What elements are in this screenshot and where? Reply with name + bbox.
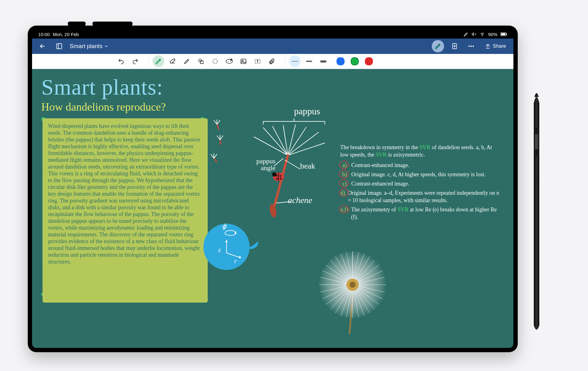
svg-point-17 xyxy=(269,203,278,218)
tablet-screen: 10:00 Mon, 20 Feb 90% xyxy=(32,30,513,348)
right-intro: The breakdown in symmetry in the SVR of … xyxy=(340,144,500,158)
page-panel-button[interactable] xyxy=(53,40,65,52)
svg-rect-62 xyxy=(535,134,538,149)
stylus-icon xyxy=(463,32,468,37)
share-button[interactable]: Share xyxy=(482,41,509,51)
back-button[interactable] xyxy=(36,40,49,52)
toolbar xyxy=(32,54,513,69)
shapes-tool[interactable] xyxy=(195,55,207,67)
annotation-tag: c) xyxy=(340,180,349,187)
svg-rect-10 xyxy=(200,61,203,63)
battery-text: 90% xyxy=(488,32,497,37)
app-header: Smart plants Share xyxy=(32,39,513,54)
sticky-note[interactable]: Wind-dispersed plants have evolved ingen… xyxy=(43,118,208,303)
wifi-icon xyxy=(480,32,485,37)
axis-r: r xyxy=(234,257,237,265)
attach-tool[interactable] xyxy=(266,55,278,67)
annotation-text: Contrast-enhanced image. xyxy=(351,180,409,187)
svg-point-6 xyxy=(469,46,470,47)
new-page-button[interactable] xyxy=(448,40,461,52)
sticky-note-text: Wind-dispersed plants have evolved ingen… xyxy=(48,123,200,265)
annotation-tag: e,f) xyxy=(340,206,349,221)
toolbar-divider xyxy=(285,57,285,66)
redo-button[interactable] xyxy=(129,55,141,67)
annotation-tag: d) xyxy=(340,189,345,204)
share-icon xyxy=(485,43,491,49)
device-mockup-stage: 10:00 Mon, 20 Feb 90% xyxy=(0,0,588,371)
toolbar-divider xyxy=(149,57,149,66)
tablet-frame: 10:00 Mon, 20 Feb 90% xyxy=(28,26,518,352)
sticker-tool[interactable] xyxy=(223,55,235,67)
eraser-tool[interactable] xyxy=(167,55,178,67)
label-pappus: pappus xyxy=(294,106,320,116)
chevron-down-icon xyxy=(104,44,109,49)
color-red[interactable] xyxy=(363,55,375,67)
svg-point-20 xyxy=(280,175,281,177)
axis-bubble: ϕ z r xyxy=(203,224,250,270)
canvas-subtitle: How dandelions reproduce? xyxy=(41,100,166,113)
color-blue[interactable] xyxy=(335,55,346,67)
svg-point-8 xyxy=(473,46,474,47)
volume-rocker xyxy=(92,22,133,26)
seed-diagram-svg xyxy=(208,115,337,226)
status-time: 10:00 xyxy=(38,32,50,37)
svg-point-22 xyxy=(280,178,282,180)
color-green[interactable] xyxy=(349,55,361,67)
annotation-text: Contrast-enhanced image. xyxy=(351,161,409,169)
stroke-thin[interactable] xyxy=(289,55,301,67)
annotation-text: The axisymmetry of SVR at low Re (e) bre… xyxy=(351,206,500,221)
svg-rect-4 xyxy=(57,44,62,49)
svg-point-0 xyxy=(482,35,482,36)
annotation-text: Original image. a–d, Experiments were re… xyxy=(348,189,500,204)
status-date: Mon, 20 Feb xyxy=(53,32,79,37)
svg-point-21 xyxy=(276,178,278,180)
undo-button[interactable] xyxy=(115,55,127,67)
document-title: Smart plants xyxy=(70,43,103,50)
share-label: Share xyxy=(493,43,506,49)
dandelion-image xyxy=(309,248,396,334)
svg-rect-14 xyxy=(241,59,246,64)
annotation-tag: a) xyxy=(340,161,349,169)
axis-phi: ϕ xyxy=(222,222,227,230)
svg-point-23 xyxy=(272,172,276,177)
svg-point-7 xyxy=(471,46,472,47)
right-annotations: The breakdown in symmetry in the SVR of … xyxy=(340,144,500,222)
stroke-medium[interactable] xyxy=(303,55,315,67)
svg-point-11 xyxy=(213,59,218,64)
axis-z: z xyxy=(218,246,221,254)
svg-rect-3 xyxy=(506,33,507,35)
note-canvas[interactable]: Smart plants: How dandelions reproduce? … xyxy=(32,69,513,348)
svg-point-60 xyxy=(349,282,356,288)
document-title-dropdown[interactable]: Smart plants xyxy=(70,43,109,50)
image-tool[interactable] xyxy=(238,55,249,67)
drawing-mode-button[interactable] xyxy=(432,40,444,52)
annotation-text: Original image. c, d, At higher speeds, … xyxy=(351,171,485,178)
textbox-tool[interactable] xyxy=(252,55,263,67)
annotation-tag: b) xyxy=(340,171,349,178)
highlighter-tool[interactable] xyxy=(181,55,193,67)
canvas-title: Smart plants: xyxy=(41,75,163,100)
status-bar: 10:00 Mon, 20 Feb 90% xyxy=(32,30,513,39)
battery-icon xyxy=(500,32,507,36)
s-pen xyxy=(532,91,541,334)
power-button xyxy=(68,22,86,26)
pen-tool[interactable] xyxy=(153,55,164,67)
lasso-tool[interactable] xyxy=(209,55,221,67)
svg-rect-2 xyxy=(501,33,505,35)
more-options-button[interactable] xyxy=(465,40,477,52)
stroke-thick[interactable] xyxy=(317,55,329,67)
mute-icon xyxy=(472,32,476,37)
